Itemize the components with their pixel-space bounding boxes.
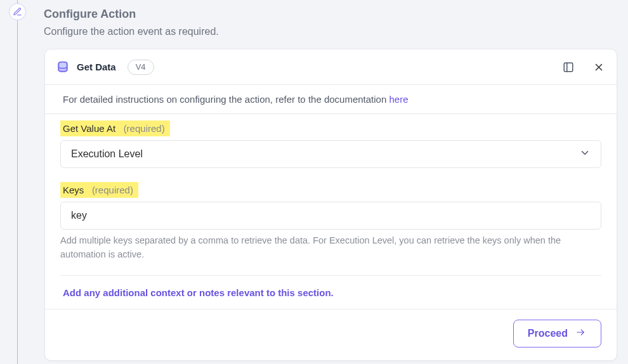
database-icon [56,61,69,74]
keys-value: key [71,210,87,221]
add-context-link[interactable]: Add any additional context or notes rele… [63,287,334,298]
close-icon[interactable] [592,61,605,74]
keys-helper: Add multiple keys separated by a comma t… [60,233,601,261]
step-circle [9,3,26,20]
arrow-right-icon [574,328,587,339]
doc-row: For detailed instructions on configuring… [45,85,617,114]
action-card: Get Data V4 For detailed instructions on… [44,49,617,361]
card-title: Get Data [77,62,116,72]
section-subtitle: Configure the action event as required. [44,24,219,39]
card-footer: Proceed [45,309,617,360]
version-badge[interactable]: V4 [128,60,154,75]
get-value-at-label: Get Value At (required) [60,120,170,136]
svg-rect-1 [564,63,573,72]
section-title: Configure Action [44,6,219,22]
keys-label: Keys (required) [60,182,138,198]
doc-link[interactable]: here [389,94,408,105]
get-value-at-value: Execution Level [71,148,143,160]
chevron-down-icon [579,147,591,161]
proceed-label: Proceed [528,328,568,339]
timeline-line [17,0,18,364]
doc-text: For detailed instructions on configuring… [63,94,386,105]
get-value-at-select[interactable]: Execution Level [60,140,601,168]
pencil-icon [13,7,22,16]
proceed-button[interactable]: Proceed [513,320,601,348]
keys-input[interactable]: key [60,202,601,230]
card-header: Get Data V4 [45,49,617,85]
panel-toggle-icon[interactable] [562,61,575,74]
